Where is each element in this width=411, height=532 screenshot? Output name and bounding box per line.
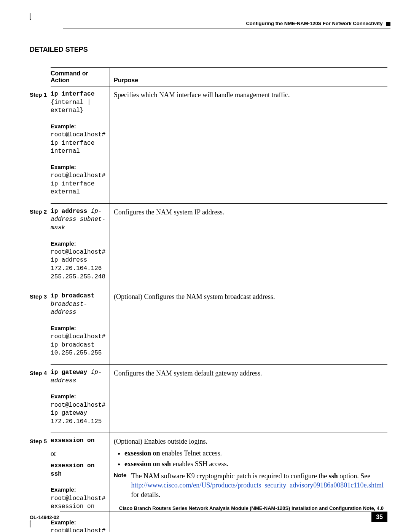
header-box-icon — [386, 22, 390, 26]
crop-mark-top — [30, 13, 31, 20]
table-row: Step 3 ip broadcast broadcast-address Ex… — [30, 288, 387, 365]
header-text: Configuring the NME-NAM-120S For Network… — [246, 21, 382, 26]
table-row: Step 4 ip gateway ip-address Example: ro… — [30, 365, 387, 433]
advisory-link[interactable]: http://www.cisco.com/en/US/products/prod… — [131, 481, 384, 489]
header-rule — [63, 29, 390, 29]
page-content: DETAILED STEPS Command or Action Purpose… — [30, 46, 387, 532]
col-command: Command or Action — [51, 68, 110, 86]
list-item: exsession on enables Telnet access. — [124, 449, 384, 458]
footer-doc-title: Cisco Branch Routers Series Network Anal… — [30, 505, 387, 511]
step-label: Step 2 — [30, 203, 51, 288]
purpose-cell: Configures the NAM system IP address. — [110, 203, 387, 288]
list-item: exsession on ssh enables SSH access. — [124, 459, 384, 468]
purpose-cell: (Optional) Configures the NAM system bro… — [110, 288, 387, 365]
purpose-cell: Configures the NAM system default gatewa… — [110, 365, 387, 433]
command-cell: ip gateway ip-address Example: root@loca… — [51, 365, 110, 433]
section-title: DETAILED STEPS — [30, 46, 387, 54]
col-purpose: Purpose — [110, 68, 387, 86]
step-label: Step 4 — [30, 365, 51, 433]
note: Note The NAM software K9 cryptographic p… — [114, 471, 384, 499]
purpose-cell: Specifies which NAM interface will handl… — [110, 86, 387, 204]
step-label: Step 1 — [30, 86, 51, 204]
command-cell: ip address ip-address subnet-mask Exampl… — [51, 203, 110, 288]
steps-table: Command or Action Purpose Step 1 ip inte… — [30, 67, 387, 532]
bullet-list: exsession on enables Telnet access. exse… — [124, 449, 384, 469]
table-row: Step 1 ip interface {internal | external… — [30, 86, 387, 204]
table-row: Step 2 ip address ip-address subnet-mask… — [30, 203, 387, 288]
step-label: Step 3 — [30, 288, 51, 365]
command-cell: ip broadcast broadcast-address Example: … — [51, 288, 110, 365]
footer-rule — [60, 511, 387, 511]
page-footer: Cisco Branch Routers Series Network Anal… — [30, 505, 387, 522]
col-step — [30, 68, 51, 86]
command-cell: ip interface {internal | external} Examp… — [51, 86, 110, 204]
running-header: Configuring the NME-NAM-120S For Network… — [33, 21, 390, 29]
footer-doc-id: OL-14942-02 — [30, 514, 59, 520]
page-number: 35 — [371, 512, 387, 522]
